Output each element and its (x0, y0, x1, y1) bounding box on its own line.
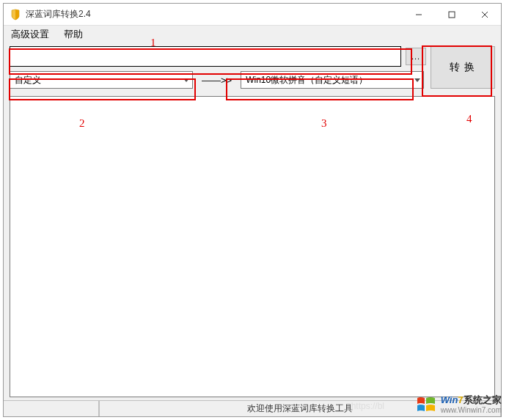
close-button[interactable] (468, 4, 501, 25)
minimize-button[interactable] (402, 4, 435, 25)
svg-rect-1 (449, 12, 455, 18)
titlebar: 深蓝词库转换2.4 (4, 4, 501, 26)
window-title: 深蓝词库转换2.4 (26, 8, 402, 21)
status-left-cell (4, 401, 99, 416)
app-window: 深蓝词库转换2.4 高级设置 帮助 ... (3, 3, 502, 417)
maximize-button[interactable] (435, 4, 468, 25)
file-path-input[interactable] (10, 46, 401, 67)
source-format-value: 自定义 (15, 74, 41, 86)
toolbar: ... 自定义 ——>> Win10微软拼音（自定义短语） (4, 43, 501, 89)
statusbar: 欢迎使用深蓝词库转换工具 (4, 400, 501, 416)
target-format-combo[interactable]: Win10微软拼音（自定义短语） (241, 71, 424, 89)
chevron-down-icon (414, 75, 420, 85)
arrow-separator: ——>> (199, 75, 235, 86)
source-format-combo[interactable]: 自定义 (10, 71, 193, 89)
target-format-value: Win10微软拼音（自定义短语） (246, 74, 367, 86)
browse-button[interactable]: ... (406, 48, 426, 65)
output-textarea[interactable] (10, 96, 495, 397)
convert-button[interactable]: 转换 (431, 46, 495, 89)
window-controls (402, 4, 501, 25)
menubar: 高级设置 帮助 (4, 26, 501, 43)
chevron-down-icon (183, 75, 189, 85)
status-message: 欢迎使用深蓝词库转换工具 (99, 401, 501, 416)
menu-advanced[interactable]: 高级设置 (11, 28, 49, 41)
menu-help[interactable]: 帮助 (64, 28, 83, 41)
app-icon (10, 9, 21, 21)
